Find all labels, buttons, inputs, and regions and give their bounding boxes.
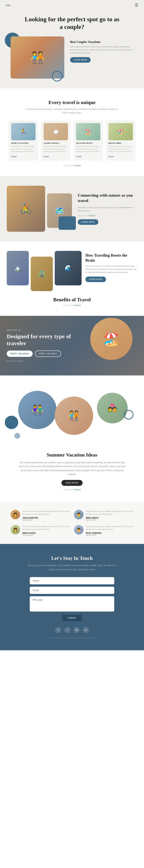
card-hotel-desc: Excepteur sint occaecat cupidatat non pr…: [44, 145, 68, 153]
couples-photo-section: 👫 🧑‍🤝‍🧑 💑: [0, 375, 144, 452]
hamburger-icon[interactable]: ☰: [135, 3, 138, 7]
team-member-0-desc: Excepteur sint occaecat cupidatat non pr…: [23, 510, 70, 516]
team-member-3-name: PAUL HUDSON,: [86, 532, 134, 534]
team-card-0: 👩 Excepteur sint occaecat cupidatat non …: [10, 510, 70, 521]
form-name-group: [30, 577, 114, 584]
message-input[interactable]: [30, 596, 114, 612]
team-member-0-role: MANAGER: [23, 519, 70, 521]
how-traveling-learn-more-button[interactable]: LEARN MORE: [85, 277, 106, 282]
team-card-2: 👩 Excepteur sint occaecat cupidatat non …: [10, 525, 70, 536]
deco-circle-outline: [124, 410, 134, 420]
footer-note: sample text. Clik to select the best tex…: [6, 637, 138, 639]
stay-text: Plan a trip for the whole family—from fa…: [24, 563, 120, 571]
card-sport-desc: Excepteur sint occaecat cupidatat non pr…: [11, 145, 35, 153]
summer-vacation-section: Summer Vacation Ideas The world is big a…: [0, 452, 144, 502]
every-travel-section: Every travel is unique Lorem ipsum dolor…: [0, 88, 144, 176]
team-member-3-role: DESIGNER: [86, 534, 134, 536]
name-input[interactable]: [30, 577, 114, 584]
every-travel-images-from: Images from Unsplash: [6, 164, 138, 166]
team-card-3: 👨 Excepteur sint occaecat cupidatat non …: [74, 525, 134, 536]
how-traveling-title: How Traveling Resets the Brain: [85, 253, 137, 263]
social-plus-icon[interactable]: ⊕: [74, 627, 80, 633]
designed-btn2[interactable]: PARIS / HOLIDAYS: [35, 350, 61, 357]
social-facebook-icon[interactable]: f: [55, 627, 61, 633]
team-member-2-name: NINA SCAVO,: [23, 532, 70, 534]
designed-btn1[interactable]: TAHITI / HOLIDAYS: [7, 350, 33, 357]
card-vacation: ⛱️ VACATION SPOTS Excepteur sint occaeca…: [73, 120, 103, 161]
connecting-text: Phasellus, a ultrices justo ac nunc grav…: [78, 206, 137, 213]
card-sport-link[interactable]: MORE: [11, 156, 17, 158]
card-vacation-category: VACATION SPOTS: [76, 142, 100, 144]
logo: logo: [6, 4, 10, 6]
team-member-3-desc: Excepteur sint occaecat cupidatat non pr…: [86, 525, 134, 531]
team-member-2-role: DESIGNER: [23, 534, 70, 536]
card-vacation-link[interactable]: MORE: [76, 156, 82, 158]
team-member-2-desc: Excepteur sint occaecat cupidatat non pr…: [23, 525, 70, 531]
travel-image-2: 🛣️: [31, 257, 53, 291]
connecting-learn-more-button[interactable]: LEARN MORE: [78, 219, 98, 225]
hero-title: Looking for the perfect spot go to as a …: [24, 16, 120, 31]
designed-section: WHAT WE DO Designed for every type of tr…: [0, 316, 144, 375]
hero-decorative-circle-outline: [52, 71, 62, 82]
couple-photo-2: 🧑‍🤝‍🧑: [55, 397, 93, 435]
card-vacation-desc: Excepteur sint occaecat cupidatat non pr…: [76, 145, 100, 153]
social-twitter-icon[interactable]: t: [64, 627, 70, 633]
card-beach-image: 🏖️: [109, 123, 133, 140]
team-avatar-3: 👨: [74, 525, 84, 534]
how-traveling-section: 🏔️ 🛣️ 🌊 How Traveling Resets the Brain C…: [0, 241, 144, 316]
travel-images-from: Images from Unsplash: [6, 304, 138, 306]
designed-title: Designed for every type of traveler: [7, 333, 74, 347]
card-hotel-image: 🍽️: [44, 123, 68, 140]
every-travel-title: Every travel is unique: [6, 100, 138, 105]
how-traveling-text: Clik to select the best text. Clik to en…: [85, 265, 137, 274]
card-beach-link[interactable]: MORE: [109, 156, 114, 158]
team-card-1: 👨 Excepteur sint occaecat cupidatat non …: [74, 510, 134, 521]
submit-button[interactable]: SUBMIT: [62, 615, 82, 621]
hero-card-text: Clik to select the best text. Clik to en…: [70, 45, 134, 55]
deco-circle-blue: [5, 416, 18, 429]
team-avatar-0: 👩: [10, 510, 20, 519]
every-travel-subtitle: Lorem ipsum dolor sit amet, consectetur …: [24, 107, 120, 115]
connecting-image-1: 🚴: [7, 186, 45, 232]
hero-section: Looking for the perfect spot go to as a …: [0, 0, 144, 88]
card-hotel-category: LUXURY HOTELS: [44, 142, 68, 144]
summer-images-from: Images from Unsplash: [6, 489, 138, 491]
card-sport-image: 🏃: [11, 123, 35, 140]
team-member-1-role: DESIGNER: [86, 519, 134, 521]
team-member-1-name: MIKE SMITH,: [86, 517, 134, 519]
team-member-0-name: JASS NORTON,: [23, 517, 70, 519]
card-hotel-link[interactable]: MORE: [44, 156, 49, 158]
couple-photo-3: 💑: [97, 393, 128, 423]
team-member-1-desc: Excepteur sint occaecat cupidatat non pr…: [86, 510, 134, 516]
connecting-blue-rect: [59, 216, 76, 230]
card-sport-category: SPORT ACTIVITIES: [11, 142, 35, 144]
email-input[interactable]: [30, 587, 114, 594]
navigation: logo ☰: [0, 0, 144, 10]
card-sport: 🏃 SPORT ACTIVITIES Excepteur sint occaec…: [8, 120, 38, 161]
social-linkedin-icon[interactable]: in: [83, 627, 89, 633]
form-message-group: [30, 596, 114, 612]
form-email-group: [30, 587, 114, 594]
card-beach: 🏖️ BEACH VIBES Excepteur sint occaecat c…: [106, 120, 136, 161]
stay-in-touch-section: Let's Stay In Touch Plan a trip for the …: [0, 544, 144, 650]
team-avatar-2: 👩: [10, 525, 20, 534]
card-vacation-image: ⛱️: [76, 123, 100, 140]
hero-learn-more-button[interactable]: LEARN MORE: [70, 57, 91, 63]
connecting-images-from: Images from Unsplash: [78, 214, 137, 217]
couple-photo-1: 👫: [18, 391, 57, 429]
what-we-do-label: WHAT WE DO: [7, 329, 137, 331]
connecting-section: 🚴 🗺️ Connecting with nature as you trave…: [0, 176, 144, 241]
cards-row: 🏃 SPORT ACTIVITIES Excepteur sint occaec…: [6, 120, 138, 161]
social-icons-row: f t ⊕ in: [6, 627, 138, 633]
hero-card-title: Best Couples Vacations: [70, 40, 134, 44]
benefits-title: Benefits of Travel: [7, 297, 137, 303]
connecting-title: Connecting with nature as you travel: [78, 193, 137, 204]
summer-read-more-button[interactable]: READ MORE: [61, 480, 82, 486]
card-hotel: 🍽️ LUXURY HOTELS Excepteur sint occaecat…: [41, 120, 71, 161]
team-section: 👩 Excepteur sint occaecat cupidatat non …: [0, 502, 144, 544]
summer-title: Summer Vacation Ideas: [6, 452, 138, 458]
card-beach-desc: Excepteur sint occaecat cupidatat non pr…: [109, 145, 133, 153]
summer-text: The world is big and there are countless…: [18, 461, 126, 476]
stay-title: Let's Stay In Touch: [6, 555, 138, 561]
travel-image-1: 🏔️: [7, 251, 29, 285]
